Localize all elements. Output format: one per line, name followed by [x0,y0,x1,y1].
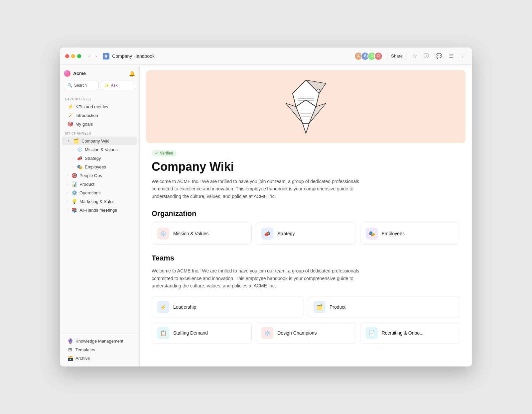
svg-point-9 [319,90,320,91]
introduction-label: Introduction [75,113,98,118]
knowledge-label: Knowledge Management [75,339,123,344]
sidebar-item-mission[interactable]: › ❄️ Mission & Values [62,145,137,154]
sidebar-item-company-wiki[interactable]: ▼ 🗂️ Company Wiki [62,137,137,145]
list-icon[interactable]: ☰ [448,52,455,60]
card-strategy[interactable]: 📣 Strategy [256,223,356,245]
forward-button[interactable]: › [93,52,99,60]
tab-area: 📋 Company Handbook [103,53,350,59]
chevron-down-icon: ▼ [67,139,70,143]
card-product[interactable]: 🗂️ Product [308,296,460,318]
favorites-label: FAVORITES (3) [60,94,139,102]
card-mission[interactable]: ❄️ Mission & Values [152,223,252,245]
mission-card-icon: ❄️ [157,228,169,240]
traffic-lights [65,54,81,58]
workspace-header: Acme 🔔 [64,69,135,81]
chevron-right-icon: › [67,182,68,186]
sidebar-item-marketing[interactable]: › 💡 Marketing & Sales [62,197,137,206]
sidebar-item-knowledge[interactable]: 🔮 Knowledge Management [62,337,137,345]
wiki-label: Company Wiki [81,139,109,144]
sidebar-item-strategy[interactable]: › 📣 Strategy [62,154,137,162]
teams-cards-row1: ⚡ Leadership 🗂️ Product [152,296,460,318]
star-icon[interactable]: ☆ [411,52,418,60]
sidebar-item-employees[interactable]: › 🎭 Employees [62,162,137,171]
maximize-button[interactable] [77,54,81,58]
card-leadership[interactable]: ⚡ Leadership [152,296,304,318]
sidebar-item-kpis[interactable]: ⚡ KPIs and metrics [62,102,137,111]
employees-label: Employees [85,164,106,169]
workspace-logo [64,70,70,77]
tab-title: Company Handbook [112,53,155,59]
sidebar-item-product[interactable]: › 📊 Product [62,180,137,188]
kpis-label: KPIs and metrics [75,104,108,109]
navigation-arrows: ‹ › [86,52,99,60]
avatar-group: A B C D [354,52,383,60]
info-icon[interactable]: ⓘ [422,51,430,61]
tab-icon: 📋 [103,53,109,59]
all-hands-icon: 📚 [71,207,77,213]
mission-card-label: Mission & Values [173,231,208,236]
ask-icon: ✨ [104,83,109,88]
minimize-button[interactable] [71,54,75,58]
channels-label: MY CHANNELS [60,128,139,137]
knowledge-icon: 🔮 [67,338,73,344]
avatar: D [374,52,383,60]
leadership-card-label: Leadership [173,304,196,310]
operations-icon: ⚙️ [71,190,77,195]
card-design-champions[interactable]: ❄️ Design Champions [256,322,356,344]
hero-illustration [283,77,329,137]
card-staffing[interactable]: 📋 Staffing Demand [152,322,252,344]
staffing-card-label: Staffing Demand [173,330,208,336]
strategy-card-icon: 📣 [261,228,273,240]
sidebar-item-archive[interactable]: 🗃️ Archive [62,354,137,362]
chevron-right-icon: › [67,200,68,203]
marketing-label: Marketing & Sales [79,199,115,204]
all-hands-label: All-Hands meetings [79,208,117,213]
back-button[interactable]: ‹ [86,52,92,60]
mygoals-label: My goals [75,122,93,127]
design-champions-card-icon: ❄️ [261,327,273,339]
share-button[interactable]: Share [387,52,407,60]
tab-icon-symbol: 📋 [104,54,108,58]
workspace-label: Acme [73,71,86,76]
sidebar-item-templates[interactable]: ⊞ Templates [62,345,137,354]
chevron-right-icon: › [72,148,73,151]
verified-label: Verified [160,151,173,155]
recruiting-card-icon: 📄 [366,327,378,339]
card-recruiting[interactable]: 📄 Recruiting & Onbo... [360,322,460,344]
sidebar-item-people-ops[interactable]: › 🎯 People Ops [62,171,137,180]
hero-banner [146,70,466,143]
close-button[interactable] [65,54,69,58]
ask-label: Ask [111,83,118,88]
kpis-icon: ⚡ [67,104,73,109]
archive-label: Archive [75,356,90,361]
product-card-label: Product [330,304,345,310]
sidebar-item-all-hands[interactable]: › 📚 All-Hands meetings [62,206,137,214]
sidebar-item-mygoals[interactable]: 🎯 My goals [62,120,137,128]
search-ask-row: 🔍 Search ✨ Ask [64,81,135,90]
svg-marker-10 [303,123,309,133]
chevron-right-icon: › [72,156,73,160]
strategy-card-label: Strategy [277,231,295,236]
marketing-icon: 💡 [71,199,77,204]
search-button[interactable]: 🔍 Search [64,81,99,90]
chevron-right-icon: › [67,174,68,177]
sidebar: Acme 🔔 🔍 Search ✨ Ask FAVORITES (3) [60,65,140,366]
card-employees[interactable]: 🎭 Employees [360,223,460,245]
product-icon: 📊 [71,181,77,187]
main-layout: Acme 🔔 🔍 Search ✨ Ask FAVORITES (3) [60,65,472,366]
sidebar-item-operations[interactable]: › ⚙️ Operations [62,188,137,197]
product-card-icon: 🗂️ [314,301,326,313]
page-description: Welcome to ACME Inc.! We are thrilled to… [152,178,378,200]
ask-button[interactable]: ✨ Ask [101,81,136,90]
employees-icon: 🎭 [76,164,82,169]
wiki-icon: 🗂️ [73,138,79,144]
employees-card-label: Employees [382,231,405,236]
app-window: ‹ › 📋 Company Handbook A B C D Share ☆ ⓘ… [60,48,472,366]
page-title: Company Wiki [152,160,460,174]
svg-point-8 [317,89,320,92]
title-bar-actions: A B C D Share ☆ ⓘ 💬 ☰ ⋮ [354,51,467,61]
comment-icon[interactable]: 💬 [434,52,444,60]
more-icon[interactable]: ⋮ [459,52,467,60]
bell-button[interactable]: 🔔 [129,70,135,77]
sidebar-item-introduction[interactable]: 🪄 Introduction [62,111,137,120]
